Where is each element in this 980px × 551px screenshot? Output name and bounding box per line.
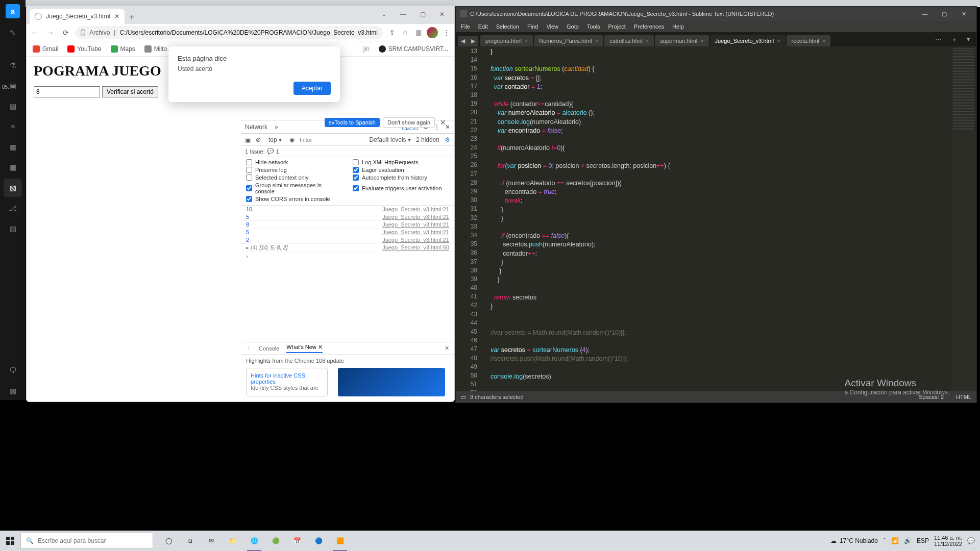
tabs-menu-icon[interactable]: ▾ xyxy=(963,33,974,46)
menu-find[interactable]: Find xyxy=(527,23,538,30)
sidebar-item[interactable]: ✎ xyxy=(4,23,22,42)
tray-chevron-icon[interactable]: ˄ xyxy=(883,537,886,544)
drawer-menu-icon[interactable]: ⋮ xyxy=(246,345,252,352)
file-tab[interactable]: programa.html× xyxy=(480,35,533,46)
forward-button[interactable]: → xyxy=(45,27,56,38)
tray-lang[interactable]: ESP xyxy=(917,537,929,544)
filter-input[interactable] xyxy=(300,137,340,143)
tabs-overflow[interactable]: » xyxy=(275,123,278,131)
menu-help[interactable]: Help xyxy=(672,23,684,30)
devtools-dismiss-button[interactable]: Don't show again xyxy=(383,117,435,128)
whatsnew-card[interactable]: Hints for inactive CSS properties Identi… xyxy=(246,368,328,396)
calendar-app[interactable]: 📅 xyxy=(287,531,307,551)
file-tab[interactable]: superman.html× xyxy=(655,35,708,46)
tabs-overflow-icon[interactable]: ⋯ xyxy=(931,33,946,46)
setting-hide-network[interactable]: Hide network xyxy=(246,159,342,165)
menu-preferences[interactable]: Preferences xyxy=(634,23,664,30)
hidden-count[interactable]: 2 hidden xyxy=(416,136,439,143)
reload-button[interactable]: ⟳ xyxy=(60,27,71,38)
app-logo-icon[interactable]: a xyxy=(6,4,20,18)
sidebar-item[interactable]: ▦ xyxy=(4,158,22,177)
bookmark-campus[interactable]: SRM CAMPUSVIRT... xyxy=(379,45,448,53)
sidebar-item[interactable]: ⎇ xyxy=(4,199,22,217)
eye-icon[interactable]: ◉ xyxy=(289,136,295,143)
clear-icon[interactable]: ⊘ xyxy=(256,136,261,143)
inspect-icon[interactable]: ▣ xyxy=(245,136,251,143)
status-panel-icon[interactable]: ▭ xyxy=(461,394,466,400)
drawer-tab-whatsnew[interactable]: What's New ✕ xyxy=(286,344,322,353)
menu-tools[interactable]: Tools xyxy=(587,23,600,30)
start-button[interactable] xyxy=(0,531,20,551)
menu-project[interactable]: Project xyxy=(608,23,626,30)
notifications-icon[interactable]: 💬 xyxy=(967,537,975,544)
code-editor[interactable]: } function sortearNumeros (cantidad) { v… xyxy=(483,46,950,391)
tab-network[interactable]: Network xyxy=(245,123,267,131)
taskview-icon[interactable]: ◯ xyxy=(158,531,179,551)
mail-app[interactable]: ✉ xyxy=(201,531,222,551)
edge-app[interactable]: 🟢 xyxy=(265,531,286,551)
taskbar-search[interactable]: 🔍 Escribe aquí para buscar xyxy=(20,533,153,549)
share-icon[interactable]: ⇪ xyxy=(387,28,397,38)
file-tab[interactable]: estrellas.html× xyxy=(604,35,654,46)
sublime-titlebar[interactable]: C:\Users\escritorio\Documents\LOGICA DE … xyxy=(456,7,976,21)
setting-group[interactable]: Group similar messages in console xyxy=(246,182,342,194)
chrome-app[interactable]: 🌐 xyxy=(244,531,264,551)
bookmark-gmail[interactable]: Gmail xyxy=(33,45,58,53)
maximize-icon[interactable]: ▢ xyxy=(936,9,953,19)
menu-icon[interactable]: ⋮ xyxy=(441,28,451,38)
status-syntax[interactable]: HTML xyxy=(956,394,971,400)
sublime-app[interactable]: 🟧 xyxy=(330,531,350,551)
sidebar-item[interactable]: ▥ xyxy=(4,138,22,156)
dialog-ok-button[interactable]: Aceptar xyxy=(293,82,331,95)
weather-widget[interactable]: ☁ 17°C Nublado xyxy=(830,537,878,544)
maximize-icon[interactable]: ▢ xyxy=(413,9,432,20)
minimap[interactable] xyxy=(951,46,976,391)
sidebar-item[interactable]: ▤ xyxy=(4,97,22,115)
address-bar[interactable]: i Archivo | C:/Users/escritorio/Document… xyxy=(76,26,383,39)
back-button[interactable]: ← xyxy=(30,27,41,38)
explorer-app[interactable]: 📁 xyxy=(223,531,243,551)
taskview-button[interactable]: ⧉ xyxy=(180,531,200,551)
devtools-translate-button[interactable]: evTools to Spanish xyxy=(325,118,380,127)
close-icon[interactable]: ✕ xyxy=(445,345,449,352)
file-tab-active[interactable]: Juego_Secreto_v3.html× xyxy=(710,35,786,46)
setting-selected[interactable]: Selected context only xyxy=(246,174,342,181)
setting-log-xhr[interactable]: Log XMLHttpRequests xyxy=(353,159,449,165)
verify-button[interactable]: Verificar si acertó xyxy=(102,86,158,97)
issues-label[interactable]: 1 Issue: xyxy=(245,148,265,155)
discord-icon[interactable]: 🗨 xyxy=(4,361,22,380)
close-icon[interactable]: ✕ xyxy=(433,9,451,20)
profile-avatar[interactable] xyxy=(427,27,438,38)
sublime-menu[interactable]: File Edit Selection Find View Goto Tools… xyxy=(456,21,976,32)
drawer-tab-console[interactable]: Console xyxy=(259,345,279,352)
file-tab[interactable]: receta.html× xyxy=(787,35,831,46)
context-select[interactable]: top ▾ xyxy=(266,135,284,144)
menu-goto[interactable]: Goto xyxy=(567,23,579,30)
chevron-down-icon[interactable]: ⌄ xyxy=(375,9,393,20)
menu-edit[interactable]: Edit xyxy=(478,23,488,30)
tray-network-icon[interactable]: 📶 xyxy=(891,537,899,544)
gear-icon[interactable]: ⚙ xyxy=(445,136,450,143)
minimize-icon[interactable]: — xyxy=(394,9,412,20)
console-prompt[interactable]: › xyxy=(241,252,454,260)
new-tab-icon[interactable]: ＋ xyxy=(947,33,962,46)
setting-cors[interactable]: Show CORS errors in console xyxy=(246,196,342,202)
bookmark-maps[interactable]: Maps xyxy=(111,45,135,53)
star-icon[interactable]: ☆ xyxy=(400,28,410,38)
app-icon[interactable]: 🔵 xyxy=(308,531,329,551)
sidebar-item[interactable]: ▩ xyxy=(4,382,22,400)
setting-preserve[interactable]: Preserve log xyxy=(246,167,342,173)
close-tab-icon[interactable]: ✕ xyxy=(114,13,119,20)
info-icon[interactable]: i xyxy=(81,29,85,36)
minimize-icon[interactable]: — xyxy=(916,9,934,19)
browser-tab[interactable]: Juego_Secreto_v3.html ✕ xyxy=(30,9,125,24)
sidebar-item[interactable]: ⚗ xyxy=(4,56,22,74)
file-tab[interactable]: Numeros_Pares.html× xyxy=(534,35,603,46)
sidebar-item[interactable]: ▨ xyxy=(4,219,22,238)
guess-input[interactable] xyxy=(34,86,100,97)
sidepanel-icon[interactable]: ▥ xyxy=(413,28,424,38)
menu-view[interactable]: View xyxy=(546,23,558,30)
tab-nav-left[interactable]: ◀ xyxy=(458,36,468,46)
console-log[interactable]: 10Juego_Secreto_v3.html:21 5Juego_Secret… xyxy=(241,206,454,342)
bookmark-youtube[interactable]: YouTube xyxy=(67,45,101,53)
